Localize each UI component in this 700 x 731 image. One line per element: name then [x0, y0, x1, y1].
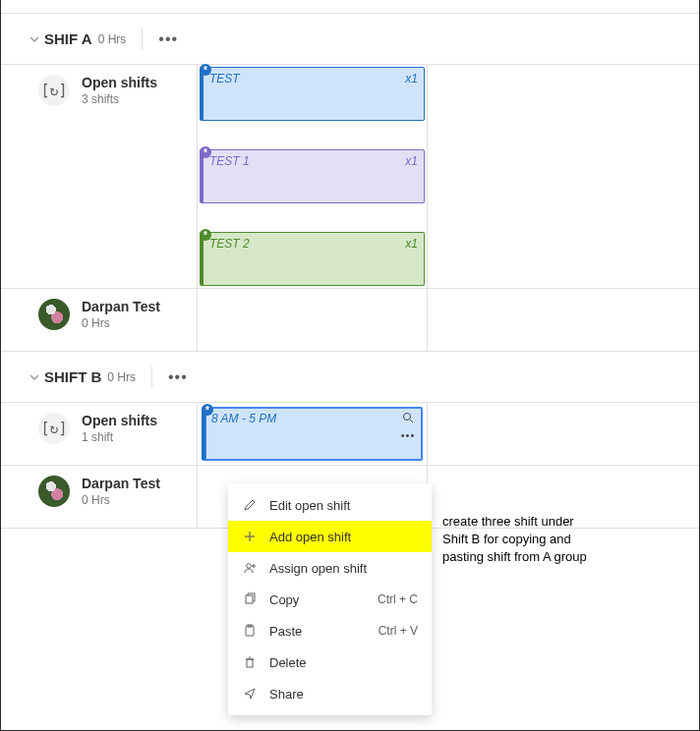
- more-icon[interactable]: •••: [158, 30, 178, 48]
- shortcut: Ctrl + V: [379, 624, 418, 638]
- svg-line-1: [410, 420, 413, 422]
- shift-count: x1: [405, 72, 418, 116]
- top-divider: [1, 0, 699, 14]
- unsaved-indicator: *: [200, 64, 211, 76]
- menu-assign-open-shift[interactable]: Assign open shift: [228, 552, 432, 584]
- spacer: [1, 205, 699, 230]
- pencil-icon: [242, 497, 258, 513]
- avatar: [38, 476, 70, 507]
- menu-copy[interactable]: Copy Ctrl + C: [228, 584, 432, 615]
- open-shifts-title: Open shifts: [82, 75, 157, 90]
- unsaved-indicator: *: [200, 229, 211, 241]
- shift-card[interactable]: * TEST 2 x1: [200, 232, 425, 286]
- shift-row: * TEST 2 x1: [1, 230, 699, 289]
- shift-card-selected[interactable]: * 8 AM - 5 PM •••: [202, 407, 423, 461]
- group-header-a[interactable]: SHIF A 0 Hrs •••: [1, 14, 699, 65]
- person-plus-icon: [242, 560, 258, 576]
- shift-card[interactable]: * TEST 1 x1: [200, 149, 425, 203]
- trash-icon: [242, 654, 258, 670]
- open-shifts-count: 1 shift: [82, 430, 157, 444]
- open-shifts-icon: [↻]: [38, 75, 70, 106]
- unsaved-indicator: *: [200, 146, 211, 158]
- svg-rect-10: [247, 659, 253, 667]
- open-shifts-icon: [↻]: [38, 413, 70, 444]
- more-icon[interactable]: •••: [401, 429, 416, 441]
- shift-label: 8 AM - 5 PM: [211, 412, 276, 456]
- plus-icon: [242, 529, 258, 544]
- menu-paste[interactable]: Paste Ctrl + V: [228, 615, 432, 647]
- shift-label: TEST 1: [209, 154, 250, 198]
- menu-share[interactable]: Share: [228, 678, 432, 709]
- shift-count: x1: [405, 237, 418, 281]
- group-name: SHIF A: [44, 30, 92, 47]
- unsaved-indicator: *: [202, 404, 213, 416]
- more-icon[interactable]: •••: [168, 368, 188, 386]
- chevron-down-icon[interactable]: [29, 373, 40, 381]
- separator: [142, 28, 143, 50]
- svg-point-0: [404, 414, 411, 421]
- group-name: SHIFT B: [44, 368, 101, 385]
- avatar: [38, 299, 70, 330]
- menu-edit-open-shift[interactable]: Edit open shift: [228, 489, 432, 521]
- separator: [151, 366, 152, 388]
- shift-label: TEST 2: [209, 237, 250, 281]
- member-name: Darpan Test: [82, 299, 160, 314]
- svg-rect-7: [246, 595, 253, 603]
- spacer: [1, 123, 699, 147]
- open-shifts-row-a: [↻] Open shifts 3 shifts * TEST x1: [1, 65, 699, 123]
- context-menu: Edit open shift Add open shift Assign op…: [228, 483, 432, 715]
- shift-card[interactable]: * TEST x1: [200, 67, 425, 121]
- svg-point-4: [247, 564, 252, 569]
- share-icon: [242, 686, 258, 702]
- shift-label: TEST: [209, 72, 240, 116]
- shortcut: Ctrl + C: [378, 592, 418, 606]
- menu-add-open-shift[interactable]: Add open shift: [228, 521, 432, 552]
- menu-delete[interactable]: Delete: [228, 647, 432, 678]
- copy-icon: [242, 591, 258, 607]
- member-hours: 0 Hrs: [82, 493, 160, 507]
- open-shifts-count: 3 shifts: [82, 92, 157, 106]
- group-hours: 0 Hrs: [107, 370, 136, 384]
- member-name: Darpan Test: [82, 476, 160, 491]
- group-header-b[interactable]: SHIFT B 0 Hrs •••: [1, 352, 699, 403]
- group-hours: 0 Hrs: [98, 32, 127, 46]
- shift-row: * TEST 1 x1: [1, 147, 699, 205]
- open-shifts-row-b: [↻] Open shifts 1 shift * 8 AM - 5 PM ••…: [1, 403, 699, 466]
- open-shifts-title: Open shifts: [82, 413, 157, 428]
- annotation-text: create three shift under Shift B for cop…: [442, 513, 590, 567]
- search-icon[interactable]: [402, 412, 414, 423]
- member-row[interactable]: Darpan Test 0 Hrs: [1, 289, 699, 352]
- paste-icon: [242, 623, 258, 639]
- chevron-down-icon[interactable]: [29, 35, 40, 43]
- shift-count: x1: [405, 154, 418, 198]
- member-hours: 0 Hrs: [82, 316, 160, 330]
